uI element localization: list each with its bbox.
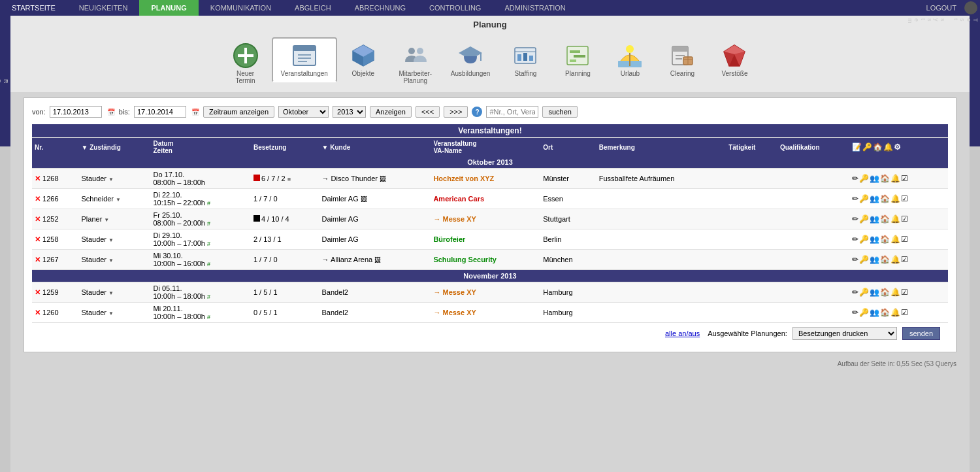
nav-kommunikation[interactable]: KOMMUNIKATION xyxy=(199,0,283,16)
zustaendig-dropdown[interactable]: ▼ xyxy=(108,177,114,182)
zustaendig-dropdown[interactable]: ▼ xyxy=(108,290,114,296)
key-icon[interactable]: 🔑 xyxy=(859,288,869,297)
next-button[interactable]: >>> xyxy=(444,106,468,118)
va-link[interactable]: → Messe XY xyxy=(433,309,476,316)
home-icon[interactable]: 🏠 xyxy=(880,288,890,297)
anzeigen-button[interactable]: Anzeigen xyxy=(370,106,412,118)
home-icon[interactable]: 🏠 xyxy=(880,214,890,224)
nav-abgleich[interactable]: ABGLEICH xyxy=(283,0,343,16)
von-input[interactable] xyxy=(50,106,102,118)
bell-icon[interactable]: 🔔 xyxy=(890,255,900,264)
subnav-mitarbeiter-planung[interactable]: Mitarbeiter-Planung xyxy=(389,37,442,90)
va-link[interactable]: American Cars xyxy=(433,195,484,203)
nav-neuigkeiten[interactable]: NEUIGKEITEN xyxy=(67,0,140,16)
bis-input[interactable] xyxy=(134,106,186,118)
people-icon-action[interactable]: 👥 xyxy=(870,194,879,203)
people-icon-action[interactable]: 👥 xyxy=(870,308,879,317)
search-input[interactable] xyxy=(486,106,538,118)
zustaendig-dropdown[interactable]: ▼ xyxy=(108,311,114,316)
edit-icon[interactable]: ✏ xyxy=(852,174,858,183)
home-icon[interactable]: 🏠 xyxy=(880,308,890,317)
subnav-staffing[interactable]: Staffing xyxy=(499,37,551,82)
zustaendig-dropdown[interactable]: ▼ xyxy=(104,217,109,223)
header-action-3[interactable]: 🏠 xyxy=(873,143,883,152)
action-select[interactable]: Besetzungen drucken Export Löschen xyxy=(792,327,897,340)
check-icon[interactable]: ☑ xyxy=(901,235,908,244)
delete-icon[interactable]: ✕ xyxy=(35,175,41,182)
home-icon[interactable]: 🏠 xyxy=(880,194,890,203)
month-select[interactable]: Oktober November Dezember xyxy=(278,106,329,118)
people-icon-action[interactable]: 👥 xyxy=(870,235,879,244)
edit-icon[interactable]: ✏ xyxy=(852,235,858,244)
zustaendig-dropdown[interactable]: ▼ xyxy=(108,237,114,243)
subnav-neuer-termin[interactable]: NeuerTermin xyxy=(220,37,272,90)
edit-icon[interactable]: ✏ xyxy=(852,214,858,224)
check-icon[interactable]: ☑ xyxy=(901,194,908,203)
nav-logout[interactable]: LOGOUT xyxy=(919,0,964,16)
subnav-veranstaltungen[interactable]: Veranstaltungen xyxy=(272,37,337,82)
key-icon[interactable]: 🔑 xyxy=(859,174,869,183)
delete-icon[interactable]: ✕ xyxy=(35,215,41,223)
check-icon[interactable]: ☑ xyxy=(901,174,908,183)
subnav-planning[interactable]: Planning xyxy=(551,37,604,82)
help-icon[interactable]: ? xyxy=(472,107,482,117)
edit-icon[interactable]: ✏ xyxy=(852,288,858,297)
key-icon[interactable]: 🔑 xyxy=(859,255,869,264)
key-icon[interactable]: 🔑 xyxy=(859,214,869,224)
bell-icon[interactable]: 🔔 xyxy=(890,235,900,244)
zustaendig-dropdown[interactable]: ▼ xyxy=(108,258,114,263)
va-link[interactable]: → Messe XY xyxy=(433,215,476,223)
zeitraum-button[interactable]: Zeitraum anzeigen xyxy=(203,106,274,118)
senden-button[interactable]: senden xyxy=(902,327,940,340)
people-icon-action[interactable]: 👥 xyxy=(870,288,879,297)
nav-administration[interactable]: ADMINISTRATION xyxy=(493,0,577,16)
bell-icon[interactable]: 🔔 xyxy=(890,214,900,224)
check-icon[interactable]: ☑ xyxy=(901,288,908,297)
bell-icon[interactable]: 🔔 xyxy=(890,174,900,183)
people-icon-action[interactable]: 👥 xyxy=(870,174,879,183)
key-icon[interactable]: 🔑 xyxy=(859,308,869,317)
subnav-clearing[interactable]: Clearing xyxy=(656,37,708,82)
delete-icon[interactable]: ✕ xyxy=(35,309,41,316)
home-icon[interactable]: 🏠 xyxy=(880,235,890,244)
alle-anaus-link[interactable]: alle an/aus xyxy=(665,329,700,337)
edit-icon[interactable]: ✏ xyxy=(852,194,858,203)
subnav-verstoesse[interactable]: Verstöße xyxy=(708,37,760,82)
von-calendar-icon[interactable]: 📅 xyxy=(107,109,115,116)
nav-planung[interactable]: PLANUNG xyxy=(139,0,198,16)
bell-icon[interactable]: 🔔 xyxy=(890,308,900,317)
header-action-1[interactable]: 📝 xyxy=(852,143,862,152)
check-icon[interactable]: ☑ xyxy=(901,255,908,264)
home-icon[interactable]: 🏠 xyxy=(880,174,890,183)
edit-icon[interactable]: ✏ xyxy=(852,308,858,317)
home-icon[interactable]: 🏠 xyxy=(880,255,890,264)
prev-button[interactable]: <<< xyxy=(416,106,440,118)
suchen-button[interactable]: suchen xyxy=(542,106,577,118)
delete-icon[interactable]: ✕ xyxy=(35,235,41,243)
check-icon[interactable]: ☑ xyxy=(901,214,908,224)
va-link[interactable]: Bürofeier xyxy=(433,235,465,243)
delete-icon[interactable]: ✕ xyxy=(35,288,41,296)
bell-icon[interactable]: 🔔 xyxy=(890,288,900,297)
people-icon-action[interactable]: 👥 xyxy=(870,214,879,224)
header-action-2[interactable]: 🔑 xyxy=(862,143,872,152)
bis-calendar-icon[interactable]: 📅 xyxy=(191,109,199,116)
key-icon[interactable]: 🔑 xyxy=(859,194,869,203)
delete-icon[interactable]: ✕ xyxy=(35,195,41,203)
bell-icon[interactable]: 🔔 xyxy=(890,194,900,203)
va-link[interactable]: → Messe XY xyxy=(433,288,476,296)
year-select[interactable]: 2013 2014 xyxy=(333,106,366,118)
subnav-urlaub[interactable]: Urlaub xyxy=(604,37,656,82)
edit-icon[interactable]: ✏ xyxy=(852,255,858,264)
subnav-ausbildungen[interactable]: Ausbildungen xyxy=(442,37,500,82)
nav-controlling[interactable]: CONTROLLING xyxy=(417,0,493,16)
va-link[interactable]: Schulung Security xyxy=(433,256,497,263)
zustaendig-dropdown[interactable]: ▼ xyxy=(116,197,121,203)
people-icon-action[interactable]: 👥 xyxy=(870,255,879,264)
va-link[interactable]: Hochzeit von XYZ xyxy=(433,175,494,182)
header-action-5[interactable]: ⚙ xyxy=(894,143,901,152)
subnav-objekte[interactable]: Objekte xyxy=(337,37,389,82)
header-action-4[interactable]: 🔔 xyxy=(883,143,893,152)
nav-startseite[interactable]: STARTSEITE xyxy=(0,0,67,16)
nav-abrechnung[interactable]: ABRECHNUNG xyxy=(343,0,417,16)
